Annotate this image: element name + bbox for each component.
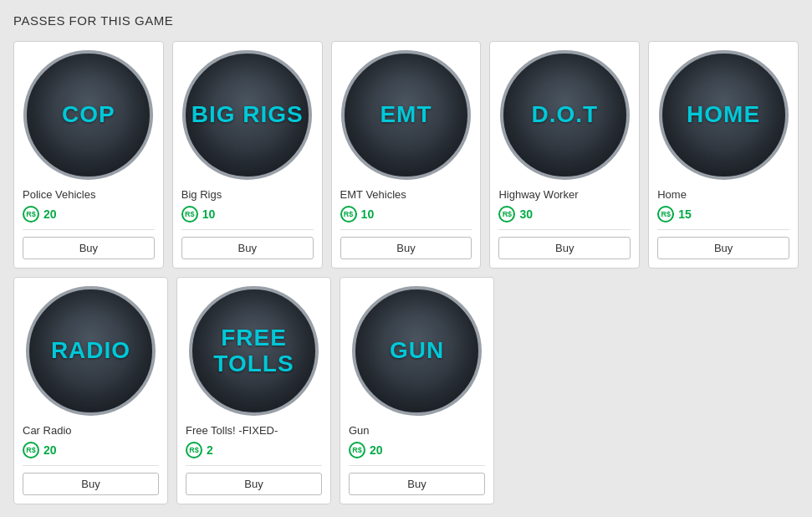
buy-button-free-tolls[interactable]: Buy [186,473,322,495]
price-value-radio: 20 [43,443,57,457]
pass-card-radio: RADIOCar RadioR$20Buy [13,277,168,504]
pass-price-radio: R$20 [23,442,57,458]
robux-symbol: R$ [26,446,36,454]
pass-card-free-tolls: FREE TOLLSFree Tolls! -FIXED-R$2Buy [176,277,331,504]
robux-symbol: R$ [352,446,362,454]
robux-symbol: R$ [661,210,671,218]
robux-symbol: R$ [185,210,195,218]
price-value-big-rigs: 10 [202,207,216,221]
price-value-emt: 10 [361,207,375,221]
price-value-gun: 20 [370,443,383,457]
divider [498,229,631,230]
robux-icon: R$ [340,206,357,223]
pass-row-0: COPPolice VehiclesR$20BuyBIG RIGSBig Rig… [13,41,799,269]
pass-price-cop: R$20 [23,206,57,223]
price-value-cop: 20 [43,207,57,221]
divider [186,465,322,466]
pass-icon-free-tolls: FREE TOLLS [189,286,319,416]
pass-icon-text-radio: RADIO [51,338,130,364]
pass-icon-text-home: HOME [687,102,760,128]
pass-price-gun: R$20 [349,442,383,458]
buy-button-gun[interactable]: Buy [349,473,485,495]
robux-icon: R$ [23,206,39,223]
pass-icon-emt: EMT [341,50,471,180]
pass-icon-big-rigs: BIG RIGS [182,50,312,180]
divider [181,229,314,230]
pass-name-dot: Highway Worker [498,188,578,201]
buy-button-cop[interactable]: Buy [23,237,155,259]
pass-icon-radio: RADIO [26,286,156,416]
buy-button-dot[interactable]: Buy [498,237,631,259]
robux-icon: R$ [186,442,202,458]
price-value-dot: 30 [519,207,533,221]
buy-button-emt[interactable]: Buy [340,237,472,259]
pass-price-dot: R$30 [498,206,533,223]
pass-name-big-rigs: Big Rigs [181,188,222,201]
robux-symbol: R$ [344,210,354,218]
pass-card-home: HOMEHomeR$15Buy [648,41,799,269]
divider [349,465,485,466]
pass-price-free-tolls: R$2 [186,442,213,458]
pass-name-cop: Police Vehicles [23,188,95,201]
robux-icon: R$ [23,442,39,458]
robux-symbol: R$ [189,446,199,454]
buy-button-radio[interactable]: Buy [23,473,159,495]
pass-icon-text-big-rigs: BIG RIGS [192,102,304,128]
price-value-free-tolls: 2 [207,443,213,457]
pass-icon-gun: GUN [352,286,482,416]
pass-icon-cop: COP [23,50,153,180]
pass-row-1: RADIOCar RadioR$20BuyFREE TOLLSFree Toll… [13,277,799,504]
robux-symbol: R$ [26,210,36,218]
pass-card-gun: GUNGunR$20Buy [340,277,494,504]
robux-symbol: R$ [503,210,513,218]
price-value-home: 15 [678,207,692,221]
page-title: PASSES FOR THIS GAME [13,13,799,28]
pass-price-emt: R$10 [340,206,375,223]
pass-name-free-tolls: Free Tolls! -FIXED- [186,424,278,437]
divider [340,229,472,230]
pass-card-dot: D.O.THighway WorkerR$30Buy [489,41,640,269]
robux-icon: R$ [498,206,515,223]
pass-icon-text-cop: COP [62,102,115,128]
passes-grid: COPPolice VehiclesR$20BuyBIG RIGSBig Rig… [13,41,799,504]
pass-icon-text-gun: GUN [390,338,444,364]
robux-icon: R$ [349,442,365,458]
pass-name-radio: Car Radio [23,424,72,437]
divider [657,229,789,230]
robux-icon: R$ [181,206,198,223]
pass-icon-text-emt: EMT [380,102,432,128]
pass-price-big-rigs: R$10 [181,206,216,223]
robux-icon: R$ [657,206,674,223]
pass-icon-text-free-tolls: FREE TOLLS [192,325,315,377]
pass-price-home: R$15 [657,206,692,223]
pass-name-home: Home [657,188,687,201]
buy-button-big-rigs[interactable]: Buy [181,237,314,259]
pass-card-emt: EMTEMT VehiclesR$10Buy [331,41,482,269]
divider [23,465,159,466]
pass-icon-text-dot: D.O.T [531,102,598,128]
divider [23,229,155,230]
pass-name-gun: Gun [349,424,370,437]
pass-name-emt: EMT Vehicles [340,188,406,201]
pass-card-cop: COPPolice VehiclesR$20Buy [13,41,164,269]
buy-button-home[interactable]: Buy [657,237,789,259]
pass-icon-home: HOME [659,50,789,180]
pass-card-big-rigs: BIG RIGSBig RigsR$10Buy [172,41,323,269]
pass-icon-dot: D.O.T [500,50,630,180]
